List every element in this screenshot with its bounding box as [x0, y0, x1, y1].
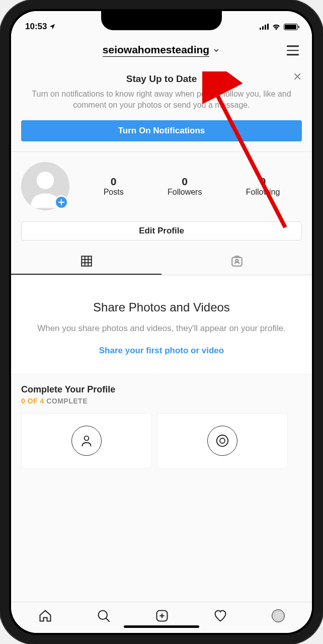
profile-avatar[interactable] — [21, 162, 69, 210]
banner-text: Turn on notifications to know right away… — [21, 89, 302, 111]
empty-posts-state: Share Photos and Videos When you share p… — [11, 275, 312, 374]
home-indicator[interactable] — [124, 625, 199, 628]
location-arrow-icon — [49, 23, 56, 30]
svg-rect-2 — [82, 256, 92, 266]
tagged-icon — [230, 255, 244, 268]
wifi-icon — [272, 23, 281, 30]
nav-search[interactable] — [93, 605, 115, 627]
svg-point-8 — [235, 259, 238, 262]
header-username: seiowahomesteading — [103, 44, 209, 57]
nav-home[interactable] — [34, 605, 56, 627]
complete-profile-progress: 0 OF 4 COMPLETE — [21, 397, 302, 405]
tab-tagged[interactable] — [162, 249, 312, 275]
profile-tabs — [11, 249, 312, 275]
profile-header: seiowahomesteading — [11, 36, 312, 64]
chevron-down-icon — [212, 46, 220, 54]
home-icon — [38, 609, 52, 623]
nav-profile[interactable] — [268, 605, 289, 626]
profile-completion-card[interactable] — [21, 413, 152, 468]
profile-stats-row: 0 Posts 0 Followers 0 Following — [11, 152, 312, 214]
profile-completion-card[interactable] — [157, 413, 288, 468]
svg-point-10 — [217, 435, 228, 446]
battery-icon — [284, 24, 298, 30]
grid-icon — [80, 255, 93, 268]
svg-point-1 — [37, 172, 54, 189]
empty-text: When you share photos and videos, they'l… — [26, 323, 297, 335]
camera-circle-icon — [207, 426, 237, 456]
bottom-navigation — [11, 602, 312, 633]
svg-point-9 — [85, 436, 89, 440]
empty-title: Share Photos and Videos — [26, 300, 297, 314]
svg-point-12 — [99, 610, 108, 619]
notification-banner: ✕ Stay Up to Date Turn on notifications … — [11, 64, 312, 152]
stat-posts[interactable]: 0 Posts — [104, 176, 124, 197]
banner-title: Stay Up to Date — [21, 73, 302, 85]
stat-following[interactable]: 0 Following — [246, 176, 280, 197]
svg-point-11 — [220, 438, 225, 443]
search-icon — [97, 609, 111, 623]
close-banner-button[interactable]: ✕ — [293, 71, 302, 83]
stat-followers[interactable]: 0 Followers — [168, 176, 202, 197]
add-post-icon — [155, 609, 169, 623]
person-outline-icon — [71, 426, 102, 456]
hamburger-menu-button[interactable] — [285, 43, 301, 57]
edit-profile-button[interactable]: Edit Profile — [21, 221, 302, 240]
turn-on-notifications-button[interactable]: Turn On Notifications — [21, 120, 302, 141]
share-first-link[interactable]: Share your first photo or video — [26, 346, 297, 356]
nav-activity[interactable] — [209, 605, 231, 627]
complete-profile-section: Complete Your Profile 0 OF 4 COMPLETE — [11, 374, 312, 468]
nav-add-post[interactable] — [151, 605, 173, 627]
complete-profile-title: Complete Your Profile — [21, 384, 302, 395]
cellular-signal-icon — [260, 24, 269, 30]
username-switcher[interactable]: seiowahomesteading — [103, 44, 220, 57]
status-time: 10:53 — [25, 22, 47, 32]
add-photo-badge[interactable] — [54, 195, 68, 209]
svg-line-13 — [106, 618, 110, 621]
tab-grid[interactable] — [11, 249, 162, 275]
heart-icon — [213, 609, 227, 623]
profile-avatar-icon — [272, 609, 285, 622]
